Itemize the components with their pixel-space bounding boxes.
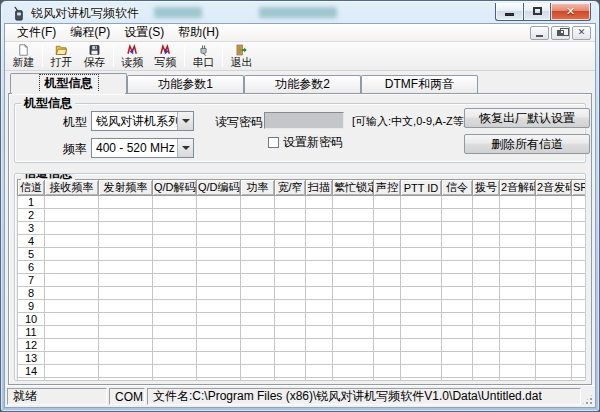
channel-number-cell[interactable]: 7 bbox=[18, 274, 45, 287]
channel-cell[interactable] bbox=[401, 287, 442, 300]
channel-cell[interactable] bbox=[275, 287, 306, 300]
channel-cell[interactable] bbox=[473, 196, 500, 209]
channel-cell[interactable] bbox=[45, 378, 99, 382]
channel-cell[interactable] bbox=[572, 209, 587, 222]
channel-cell[interactable] bbox=[401, 300, 442, 313]
channel-cell[interactable] bbox=[500, 261, 536, 274]
channel-cell[interactable] bbox=[275, 209, 306, 222]
channel-cell[interactable] bbox=[572, 378, 587, 382]
channel-cell[interactable] bbox=[572, 235, 587, 248]
channel-cell[interactable] bbox=[241, 313, 275, 326]
channel-cell[interactable] bbox=[473, 235, 500, 248]
channel-cell[interactable] bbox=[197, 339, 241, 352]
channel-cell[interactable] bbox=[572, 365, 587, 378]
channel-cell[interactable] bbox=[442, 287, 473, 300]
channel-cell[interactable] bbox=[275, 352, 306, 365]
channel-cell[interactable] bbox=[536, 313, 572, 326]
channel-cell[interactable] bbox=[572, 274, 587, 287]
channel-cell[interactable] bbox=[275, 274, 306, 287]
channel-cell[interactable] bbox=[473, 248, 500, 261]
channel-cell[interactable] bbox=[45, 222, 99, 235]
channel-cell[interactable] bbox=[153, 339, 197, 352]
channel-number-cell[interactable]: 8 bbox=[18, 287, 45, 300]
channel-cell[interactable] bbox=[536, 339, 572, 352]
channel-cell[interactable] bbox=[442, 248, 473, 261]
read-frequency-button[interactable]: 读频 bbox=[116, 43, 149, 69]
channel-cell[interactable] bbox=[374, 235, 401, 248]
channel-cell[interactable] bbox=[99, 365, 153, 378]
channel-cell[interactable] bbox=[374, 313, 401, 326]
frequency-select[interactable]: 400 - 520 MHz bbox=[91, 138, 194, 158]
channel-cell[interactable] bbox=[500, 222, 536, 235]
channel-cell[interactable] bbox=[197, 378, 241, 382]
channel-cell[interactable] bbox=[333, 378, 374, 382]
close-button[interactable]: ✕ bbox=[551, 3, 591, 21]
channel-cell[interactable] bbox=[333, 365, 374, 378]
channel-cell[interactable] bbox=[374, 326, 401, 339]
tab-function-params-1[interactable]: 功能参数1 bbox=[127, 75, 244, 93]
channel-cell[interactable] bbox=[572, 287, 587, 300]
channel-cell[interactable] bbox=[45, 300, 99, 313]
channel-cell[interactable] bbox=[536, 378, 572, 382]
channel-cell[interactable] bbox=[241, 339, 275, 352]
channel-cell[interactable] bbox=[500, 352, 536, 365]
channel-cell[interactable] bbox=[536, 248, 572, 261]
channel-cell[interactable] bbox=[333, 222, 374, 235]
channel-cell[interactable] bbox=[275, 300, 306, 313]
channel-cell[interactable] bbox=[99, 248, 153, 261]
channel-cell[interactable] bbox=[241, 287, 275, 300]
channel-cell[interactable] bbox=[153, 209, 197, 222]
channel-cell[interactable] bbox=[275, 378, 306, 382]
tab-dtmf-two-tone[interactable]: DTMF和两音 bbox=[361, 75, 478, 93]
channel-cell[interactable] bbox=[473, 365, 500, 378]
channel-cell[interactable] bbox=[500, 339, 536, 352]
menu-help[interactable]: 帮助(H) bbox=[171, 23, 226, 42]
channel-cell[interactable] bbox=[241, 261, 275, 274]
menu-file[interactable]: 文件(F) bbox=[10, 23, 63, 42]
channel-cell[interactable] bbox=[401, 339, 442, 352]
channel-cell[interactable] bbox=[500, 209, 536, 222]
restore-defaults-button[interactable]: 恢复出厂默认设置 bbox=[464, 108, 590, 128]
channel-cell[interactable] bbox=[275, 235, 306, 248]
channel-cell[interactable] bbox=[536, 352, 572, 365]
channel-cell[interactable] bbox=[333, 248, 374, 261]
channel-cell[interactable] bbox=[401, 365, 442, 378]
channel-cell[interactable] bbox=[536, 326, 572, 339]
channel-cell[interactable] bbox=[99, 378, 153, 382]
channel-cell[interactable] bbox=[333, 352, 374, 365]
channel-cell[interactable] bbox=[333, 313, 374, 326]
channel-cell[interactable] bbox=[153, 248, 197, 261]
channel-cell[interactable] bbox=[99, 313, 153, 326]
channel-cell[interactable] bbox=[197, 196, 241, 209]
channel-cell[interactable] bbox=[374, 222, 401, 235]
channel-cell[interactable] bbox=[473, 209, 500, 222]
channel-cell[interactable] bbox=[153, 222, 197, 235]
channel-cell[interactable] bbox=[572, 300, 587, 313]
channel-cell[interactable] bbox=[99, 261, 153, 274]
channel-cell[interactable] bbox=[442, 339, 473, 352]
channel-cell[interactable] bbox=[473, 339, 500, 352]
channel-cell[interactable] bbox=[275, 326, 306, 339]
channel-cell[interactable] bbox=[306, 352, 333, 365]
channel-cell[interactable] bbox=[306, 222, 333, 235]
channel-cell[interactable] bbox=[536, 261, 572, 274]
channel-cell[interactable] bbox=[536, 235, 572, 248]
exit-button[interactable]: 退出 bbox=[225, 43, 258, 69]
channel-cell[interactable] bbox=[306, 261, 333, 274]
channel-cell[interactable] bbox=[473, 261, 500, 274]
channel-cell[interactable] bbox=[401, 261, 442, 274]
channel-cell[interactable] bbox=[306, 235, 333, 248]
channel-cell[interactable] bbox=[333, 339, 374, 352]
write-frequency-button[interactable]: 写频 bbox=[149, 43, 182, 69]
channel-cell[interactable] bbox=[536, 209, 572, 222]
channel-cell[interactable] bbox=[333, 300, 374, 313]
channel-cell[interactable] bbox=[45, 365, 99, 378]
channel-cell[interactable] bbox=[197, 248, 241, 261]
channel-cell[interactable] bbox=[442, 235, 473, 248]
channel-cell[interactable] bbox=[500, 378, 536, 382]
set-new-password-checkbox[interactable] bbox=[268, 137, 279, 148]
channel-cell[interactable] bbox=[153, 365, 197, 378]
channel-cell[interactable] bbox=[241, 352, 275, 365]
channel-cell[interactable] bbox=[45, 261, 99, 274]
channel-cell[interactable] bbox=[536, 222, 572, 235]
